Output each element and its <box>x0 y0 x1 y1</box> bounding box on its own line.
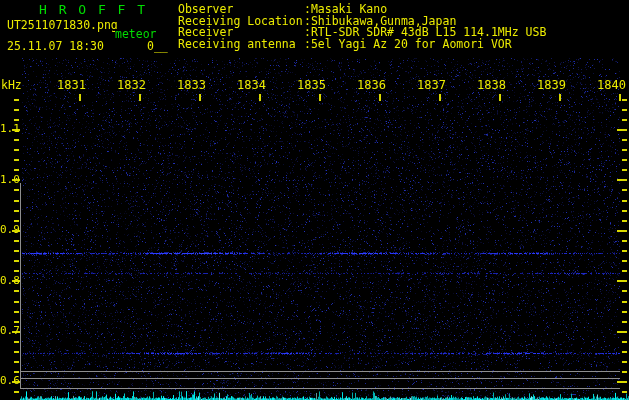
freq-tick-right <box>622 270 627 272</box>
freq-tick-left <box>14 311 19 313</box>
count-band-upper-line <box>20 371 620 372</box>
time-axis-label: 1837 <box>417 79 446 91</box>
time-axis-label: 1834 <box>237 79 266 91</box>
station-field-value: :5el Yagi Az 20 for Aomori VOR <box>304 39 512 51</box>
freq-tick-right <box>617 230 627 232</box>
freq-tick-right <box>622 260 627 262</box>
freq-tick-right <box>617 280 627 282</box>
freq-tick-right <box>622 391 627 393</box>
freq-tick-left <box>14 220 19 222</box>
freq-tick-left <box>14 321 19 323</box>
freq-tick-left <box>14 351 19 353</box>
freq-tick-left <box>14 169 19 171</box>
time-axis-label: 1832 <box>117 79 146 91</box>
freq-tick-left <box>14 109 19 111</box>
freq-tick-left <box>14 270 19 272</box>
freq-axis-unit-label: kHz <box>1 80 22 92</box>
station-field-label: Receiving antenna <box>178 39 296 51</box>
spectrogram-canvas <box>0 0 629 400</box>
freq-tick-left <box>14 99 19 101</box>
freq-tick-right <box>617 179 627 181</box>
freq-tick-right <box>622 149 627 151</box>
freq-tick-right <box>622 210 627 212</box>
freq-tick-left <box>14 149 19 151</box>
count-band-left-border-line <box>20 183 21 388</box>
freq-tick-left <box>14 250 19 252</box>
freq-tick-right <box>622 169 627 171</box>
freq-tick-right <box>622 351 627 353</box>
freq-axis-label: 1.1 <box>0 123 20 134</box>
freq-tick-right <box>622 240 627 242</box>
count-band-middle-line <box>20 378 620 379</box>
freq-tick-left <box>14 139 19 141</box>
freq-tick-left <box>14 200 19 202</box>
freq-tick-right <box>622 301 627 303</box>
time-axis-tick <box>619 94 621 101</box>
freq-tick-right <box>617 129 627 131</box>
time-axis-label: 1833 <box>177 79 206 91</box>
freq-tick-left <box>14 189 19 191</box>
freq-tick-left <box>14 341 19 343</box>
freq-tick-left <box>14 290 19 292</box>
time-axis-tick <box>559 94 561 101</box>
freq-axis-label: 0.7 <box>0 325 20 336</box>
freq-tick-right <box>622 220 627 222</box>
freq-axis-label: 1.0 <box>0 174 20 185</box>
freq-tick-right <box>617 331 627 333</box>
freq-tick-right <box>622 139 627 141</box>
count-band-lower-line <box>20 388 620 389</box>
time-axis-label: 1838 <box>477 79 506 91</box>
freq-tick-right <box>622 371 627 373</box>
time-axis-label: 1840 <box>597 79 626 91</box>
freq-tick-left <box>14 301 19 303</box>
time-axis-tick <box>139 94 141 101</box>
time-axis-tick <box>379 94 381 101</box>
time-axis-tick <box>199 94 201 101</box>
freq-tick-left <box>14 260 19 262</box>
app-title: H R O F F T <box>39 3 147 16</box>
time-axis-tick <box>79 94 81 101</box>
time-axis-tick <box>259 94 261 101</box>
freq-tick-left <box>14 391 19 393</box>
filename-label: UT2511071830.png <box>7 20 118 32</box>
freq-tick-left <box>14 240 19 242</box>
freq-tick-left <box>14 119 19 121</box>
freq-tick-right <box>622 321 627 323</box>
freq-tick-left <box>14 159 19 161</box>
freq-tick-right <box>622 200 627 202</box>
freq-tick-left <box>14 210 19 212</box>
freq-tick-right <box>622 109 627 111</box>
freq-tick-left <box>14 371 19 373</box>
freq-axis-label: 0.9 <box>0 224 20 235</box>
time-axis-label: 1831 <box>57 79 86 91</box>
freq-tick-left <box>14 361 19 363</box>
time-axis-label: 1839 <box>537 79 566 91</box>
freq-tick-right <box>622 159 627 161</box>
freq-tick-right <box>622 341 627 343</box>
hrofft-output-window: H R O F F T UT2511071830.png meteor 25.1… <box>0 0 629 400</box>
time-axis-tick <box>319 94 321 101</box>
freq-tick-right <box>622 189 627 191</box>
freq-tick-right <box>622 361 627 363</box>
freq-tick-right <box>622 99 627 101</box>
echo-count-label: 0__ <box>147 41 168 53</box>
time-axis-tick <box>499 94 501 101</box>
freq-tick-right <box>622 311 627 313</box>
freq-tick-right <box>622 250 627 252</box>
time-axis-tick <box>439 94 441 101</box>
freq-axis-label: 0.6 <box>0 375 20 386</box>
freq-tick-right <box>622 290 627 292</box>
freq-axis-label: 0.8 <box>0 275 20 286</box>
freq-tick-right <box>622 119 627 121</box>
freq-tick-right <box>617 381 627 383</box>
time-axis-label: 1835 <box>297 79 326 91</box>
time-axis-label: 1836 <box>357 79 386 91</box>
datetime-label: 25.11.07 18:30 <box>7 41 104 53</box>
